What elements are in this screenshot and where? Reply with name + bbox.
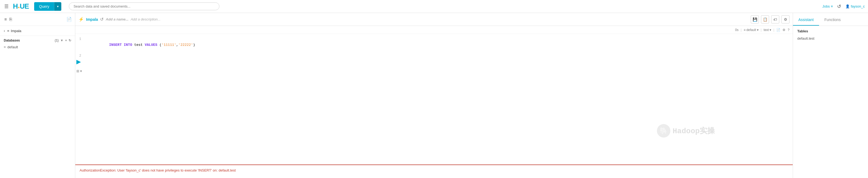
add-database-icon[interactable]: + — [65, 39, 67, 42]
undo-button[interactable]: ↺ — [837, 3, 841, 9]
global-search — [69, 2, 219, 10]
jobs-icon: ≡ — [831, 4, 833, 8]
sidebar-databases-section: Databases (1) ▼ + ↻ — [0, 36, 75, 44]
results-arrow-icon: ▾ — [80, 69, 82, 73]
hamburger-menu[interactable]: ☰ — [3, 2, 10, 10]
engine-label: Impala — [86, 17, 98, 22]
refresh-databases-icon[interactable]: ↻ — [68, 39, 71, 42]
run-button[interactable]: ▶ — [76, 58, 81, 65]
editor-description-field[interactable]: Add a description... — [131, 17, 160, 21]
app-logo: H·UE — [13, 2, 29, 10]
line-content-1: INSERT INTO test VALUES ('11111','22222'… — [84, 37, 793, 53]
username-label: fayson_c — [851, 4, 865, 8]
db-statusbar-label: default — [746, 28, 756, 32]
line-number-2: 2 — [75, 53, 84, 58]
jobs-link[interactable]: Jobs ≡ — [822, 4, 833, 8]
logo-h: H — [13, 2, 18, 10]
sidebar-header: ≡ ⎘ 📄 — [0, 13, 75, 26]
value-1: '11111' — [162, 43, 176, 47]
sidebar-breadcrumb: ‹ ≡ Impala — [0, 26, 75, 36]
watermark-text: Hadoop实操 — [673, 126, 715, 136]
tab-functions[interactable]: Functions — [819, 14, 846, 26]
value-2: '22222' — [178, 43, 193, 47]
jobs-label: Jobs — [822, 4, 830, 8]
line-content-2 — [84, 53, 793, 59]
time-value: 0s — [735, 28, 739, 32]
tag-button[interactable]: 🏷 — [771, 16, 779, 23]
editor-toolbar: ⚡ Impala ↺ Add a name... Add a descripti… — [75, 13, 793, 26]
editor-name-field[interactable]: Add a name... — [106, 17, 128, 21]
table-item-default-test[interactable]: default.test — [797, 35, 864, 42]
statusbar-sep2: | — [761, 28, 762, 32]
query-dropdown-button[interactable]: ▾ — [54, 2, 61, 11]
right-tabs: Assistant Functions — [793, 13, 868, 26]
engine-icon: ⚡ — [79, 17, 84, 22]
code-editor[interactable]: 1 INSERT INTO test VALUES ('11111','2222… — [75, 34, 793, 164]
keyword-values: VALUES — [145, 43, 157, 47]
format-label: text — [764, 28, 769, 32]
statusbar-sep3: | — [773, 28, 774, 32]
databases-count: (1) — [55, 39, 59, 42]
sidebar-doc-icon[interactable]: 📄 — [66, 17, 72, 22]
sidebar-nav-icons: ≡ ⎘ — [3, 17, 13, 22]
format-selector[interactable]: text ▾ — [764, 28, 771, 32]
code-comma: , — [176, 43, 178, 47]
copy-button[interactable]: 📋 — [761, 16, 769, 23]
format-arrow: ▾ — [770, 28, 771, 32]
sidebar: ≡ ⎘ 📄 ‹ ≡ Impala Databases (1) ▼ + ↻ — [0, 13, 75, 178]
query-btn-group: Query ▾ — [34, 2, 61, 11]
logo-ue: UE — [20, 2, 29, 10]
results-button[interactable]: ⊞ ▾ — [76, 69, 82, 73]
settings-statusbar-icon: ⚙ — [782, 28, 785, 32]
main-layout: ≡ ⎘ 📄 ‹ ≡ Impala Databases (1) ▼ + ↻ — [0, 13, 868, 178]
sidebar-table-icon[interactable]: ≡ — [4, 17, 7, 22]
run-btn-area: ▶ — [76, 58, 81, 65]
db-dropdown-arrow: ▾ — [757, 28, 758, 32]
databases-actions: (1) ▼ + ↻ — [55, 39, 71, 42]
error-panel: AuthorizationException: User 'fayson_c' … — [75, 164, 793, 178]
database-icon: ≡ — [7, 29, 9, 33]
settings-button[interactable]: ⚙ — [781, 16, 789, 23]
copy-icon: 📋 — [763, 17, 768, 22]
sidebar-item-default[interactable]: ≡ default — [0, 44, 75, 51]
right-panel-content: Tables default.test — [793, 26, 868, 178]
user-menu[interactable]: 👤 fayson_c — [845, 4, 865, 8]
breadcrumb-label: Impala — [11, 29, 21, 33]
database-selector[interactable]: ≡ default ▾ — [744, 28, 758, 32]
tables-section-title: Tables — [797, 29, 864, 33]
editor-area: ⚡ Impala ↺ Add a name... Add a descripti… — [75, 13, 793, 178]
watermark-logo: 🐘 — [657, 124, 670, 137]
settings-statusbar-btn[interactable]: ⚙ — [782, 28, 785, 32]
code-line-2: 2 — [75, 53, 793, 59]
code-space: test — [132, 43, 145, 47]
save-icon: 💾 — [753, 17, 757, 22]
settings-icon: ⚙ — [784, 17, 787, 22]
file-btn[interactable]: 📄 — [776, 28, 780, 32]
navbar: ☰ H·UE Query ▾ Jobs ≡ ↺ 👤 fayson_c — [0, 0, 868, 13]
file-icon: 📄 — [776, 28, 780, 32]
code-paren-open: ( — [157, 43, 162, 47]
editor-toolbar-right: 💾 📋 🏷 ⚙ — [751, 16, 789, 23]
search-input[interactable] — [69, 2, 219, 10]
error-message: AuthorizationException: User 'fayson_c' … — [80, 168, 236, 172]
databases-label: Databases — [4, 39, 20, 42]
sidebar-copy-icon[interactable]: ⎘ — [9, 17, 12, 22]
help-btn[interactable]: ? — [787, 28, 789, 32]
save-button[interactable]: 💾 — [751, 16, 759, 23]
results-icon: ⊞ — [76, 69, 79, 73]
editor-undo-button[interactable]: ↺ — [100, 17, 103, 22]
keyword-insert: INSERT INTO — [109, 43, 132, 47]
tab-assistant[interactable]: Assistant — [793, 14, 819, 26]
editor-statusbar: 0s | ≡ default ▾ | text ▾ | 📄 ⚙ ? — [75, 26, 793, 34]
filter-icon[interactable]: ▼ — [60, 39, 63, 42]
databases-section-title: Databases (1) ▼ + ↻ — [4, 39, 71, 42]
query-button[interactable]: Query — [34, 2, 54, 11]
back-arrow-icon[interactable]: ‹ — [4, 29, 5, 33]
help-icon: ? — [787, 28, 789, 32]
results-btn-area: ⊞ ▾ — [76, 69, 82, 73]
code-paren-close: ) — [193, 43, 195, 47]
content-area: 1 INSERT INTO test VALUES ('11111','2222… — [75, 34, 793, 178]
db-statusbar-icon: ≡ — [744, 28, 746, 32]
default-db-label: default — [7, 45, 18, 49]
tag-icon: 🏷 — [773, 17, 777, 22]
